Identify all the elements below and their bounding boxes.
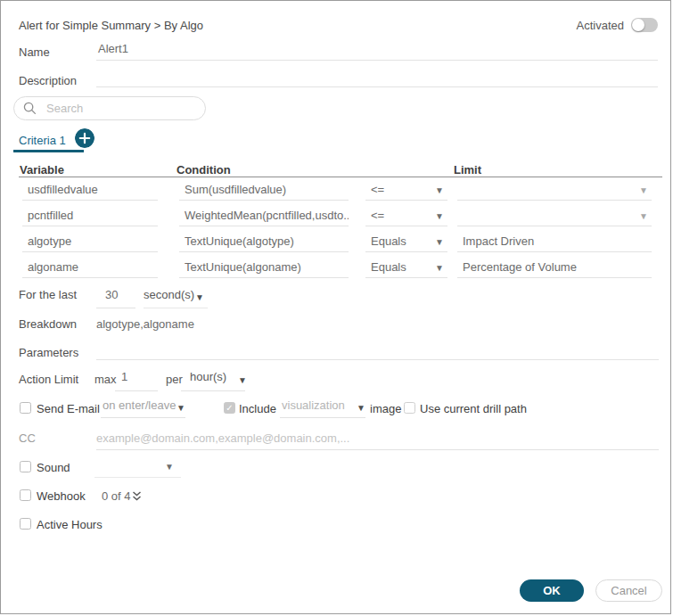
cancel-button[interactable]: Cancel <box>595 579 662 602</box>
limit-select[interactable]: ▼ <box>457 181 652 201</box>
email-trigger-value: on enter/leave <box>101 398 185 412</box>
webhook-count: 0 of 4 <box>102 489 131 503</box>
chevron-down-icon: ▼ <box>238 375 247 384</box>
webhook-checkbox[interactable] <box>20 489 31 501</box>
webhook-label: Webhook <box>37 489 86 503</box>
include-type-select[interactable]: visualization▼ <box>280 398 365 418</box>
limit-value: Percentage of Volume <box>457 259 652 276</box>
alert-dialog: Alert for Simple Summary > By Algo Activ… <box>0 0 671 614</box>
operator-select[interactable]: Equals▼ <box>365 259 447 278</box>
drill-path-checkbox[interactable] <box>404 402 415 414</box>
parameters-label: Parameters <box>19 346 78 359</box>
sound-select[interactable]: ▼ <box>94 457 181 478</box>
active-hours-checkbox[interactable] <box>20 518 31 530</box>
operator-select[interactable]: <=▼ <box>365 207 447 226</box>
ok-button[interactable]: OK <box>520 579 584 602</box>
active-hours-label: Active Hours <box>37 518 103 531</box>
chevron-down-icon: ▼ <box>357 403 365 412</box>
duration-value: 30 <box>96 288 135 301</box>
toggle-knob-icon <box>632 19 644 31</box>
column-header-limit: Limit <box>454 163 481 177</box>
duration-input[interactable]: 30 <box>96 288 135 308</box>
include-type-value: visualization <box>280 398 365 412</box>
condition-value: Sum(usdfilledvalue) <box>179 181 349 199</box>
variable-value: usdfilledvalue <box>22 181 158 199</box>
email-trigger-select[interactable]: on enter/leave▼ <box>101 398 185 418</box>
activated-label: Activated <box>577 19 624 32</box>
condition-field[interactable]: WeightedMean(pcntfilled,usdto... <box>179 207 349 226</box>
sound-label: Sound <box>37 461 70 474</box>
per-label: per <box>166 373 183 386</box>
column-header-variable: Variable <box>20 163 64 177</box>
variable-value: pcntfilled <box>22 207 158 225</box>
per-unit-value: hour(s) <box>181 370 245 383</box>
name-label: Name <box>19 45 50 59</box>
breakdown-label: Breakdown <box>19 317 77 331</box>
table-header-rule <box>19 177 662 177</box>
activated-toggle[interactable] <box>631 18 658 32</box>
chevron-down-icon: ▼ <box>435 263 444 272</box>
chevron-down-icon: ▼ <box>165 463 174 472</box>
description-field[interactable] <box>96 70 658 87</box>
variable-field[interactable]: usdfilledvalue <box>22 181 158 201</box>
limit-select[interactable]: ▼ <box>457 207 652 226</box>
name-value: Alert1 <box>96 42 658 55</box>
sound-checkbox[interactable] <box>20 461 31 472</box>
chevron-down-icon: ▼ <box>176 403 185 412</box>
chevron-down-icon: ▼ <box>195 293 204 302</box>
activated-control: Activated <box>577 18 658 32</box>
include-label: Include <box>239 402 276 415</box>
variable-field[interactable]: algotype <box>22 233 158 252</box>
for-the-last-label: For the last <box>19 288 77 301</box>
condition-field[interactable]: Sum(usdfilledvalue) <box>179 181 349 201</box>
page-title: Alert for Simple Summary > By Algo <box>19 19 203 32</box>
duration-unit-select[interactable]: second(s)▼ <box>144 288 208 308</box>
chevron-down-icon: ▼ <box>435 185 444 194</box>
condition-field[interactable]: TextUnique(algoname) <box>179 259 349 278</box>
max-value: 1 <box>115 370 158 383</box>
limit-field[interactable]: Percentage of Volume <box>457 259 652 278</box>
operator-select[interactable]: Equals▼ <box>365 233 447 252</box>
cc-label: CC <box>19 431 36 445</box>
chevron-down-icon: ▼ <box>639 211 648 220</box>
include-checkbox[interactable]: ✓ <box>224 402 235 414</box>
cc-input[interactable] <box>96 427 659 450</box>
tab-active-indicator <box>13 150 84 152</box>
search-input[interactable] <box>45 101 196 116</box>
image-label: image <box>370 402 401 415</box>
variable-field[interactable]: pcntfilled <box>22 207 158 226</box>
condition-value: TextUnique(algotype) <box>179 233 349 251</box>
variable-value: algotype <box>22 233 158 251</box>
per-unit-select[interactable]: hour(s)▼ <box>181 370 245 391</box>
limit-value: Impact Driven <box>457 233 652 251</box>
name-field[interactable]: Alert1 <box>96 42 658 61</box>
add-criteria-button[interactable] <box>75 128 94 148</box>
condition-value: WeightedMean(pcntfilled,usdto... <box>179 207 349 225</box>
condition-value: TextUnique(algoname) <box>179 259 349 276</box>
description-label: Description <box>19 74 77 87</box>
send-email-checkbox[interactable] <box>20 402 31 414</box>
limit-field[interactable]: Impact Driven <box>457 233 652 252</box>
search-box <box>13 96 206 120</box>
breakdown-value[interactable]: algotype,algoname <box>96 317 194 331</box>
search-icon <box>23 102 37 115</box>
max-label: max <box>94 373 117 386</box>
action-limit-label: Action Limit <box>19 373 78 386</box>
condition-field[interactable]: TextUnique(algotype) <box>179 233 349 252</box>
variable-field[interactable]: algoname <box>22 259 158 278</box>
chevron-down-icon: ▼ <box>435 211 444 220</box>
operator-select[interactable]: <=▼ <box>365 181 447 201</box>
variable-value: algoname <box>22 259 158 276</box>
drill-path-label: Use current drill path <box>420 402 527 415</box>
tab-criteria-1[interactable]: Criteria 1 <box>19 134 66 147</box>
column-header-condition: Condition <box>176 163 231 177</box>
send-email-label: Send E-mail <box>37 402 100 415</box>
chevron-down-icon: ▼ <box>435 237 444 246</box>
double-chevron-down-icon[interactable] <box>132 491 142 502</box>
parameters-input[interactable] <box>96 341 659 360</box>
chevron-down-icon: ▼ <box>639 185 648 194</box>
max-input[interactable]: 1 <box>115 370 158 391</box>
